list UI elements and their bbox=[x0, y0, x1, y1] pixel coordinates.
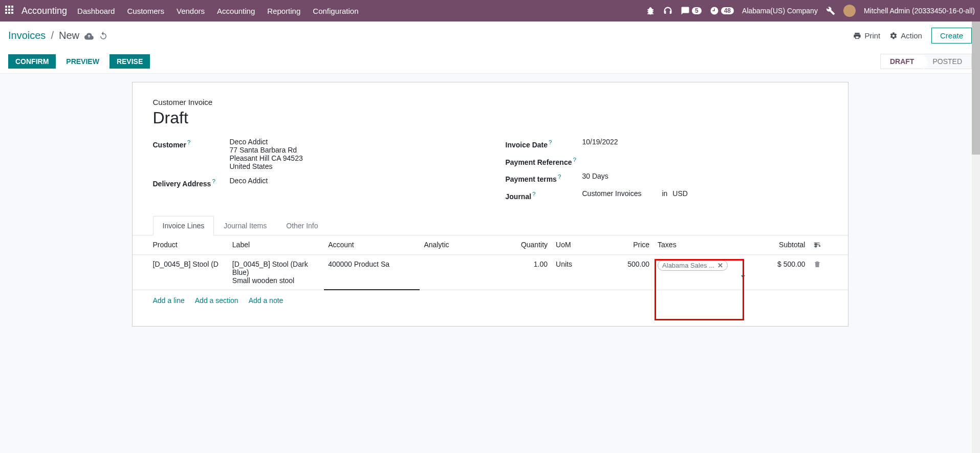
bug-icon[interactable] bbox=[646, 6, 655, 15]
cell-label[interactable]: [D_0045_B] Stool (Dark Blue) Small woode… bbox=[228, 254, 324, 290]
tab-bar: Invoice Lines Journal Items Other Info bbox=[133, 216, 848, 235]
confirm-button[interactable]: CONFIRM bbox=[8, 54, 56, 69]
taxes-input[interactable] bbox=[658, 273, 741, 281]
journal-in: in bbox=[662, 189, 667, 198]
chat-icon bbox=[681, 6, 690, 15]
activity-count: 48 bbox=[721, 7, 734, 14]
invoice-lines-table: Product Label Account Analytic Quantity … bbox=[133, 235, 848, 311]
support-icon[interactable] bbox=[663, 6, 672, 15]
chat-indicator[interactable]: 5 bbox=[681, 6, 702, 15]
add-section-link[interactable]: Add a section bbox=[195, 296, 238, 305]
cell-analytic[interactable] bbox=[420, 254, 504, 290]
customer-value[interactable]: Deco Addict 77 Santa Barbara Rd Pleasant… bbox=[230, 138, 475, 170]
breadcrumb-sep: / bbox=[51, 30, 54, 41]
add-note-link[interactable]: Add a note bbox=[249, 296, 284, 305]
help-icon[interactable]: ? bbox=[187, 139, 190, 145]
control-panel: Invoices / New Print Action Create bbox=[0, 21, 980, 50]
trash-icon bbox=[813, 260, 821, 268]
journal-label: Journal? bbox=[506, 189, 582, 201]
status-posted[interactable]: POSTED bbox=[923, 54, 971, 69]
col-product[interactable]: Product bbox=[133, 235, 228, 255]
customer-addr3: United States bbox=[230, 162, 475, 170]
activity-indicator[interactable]: 48 bbox=[710, 6, 734, 15]
col-label[interactable]: Label bbox=[228, 235, 324, 255]
customer-label: Customer? bbox=[153, 138, 230, 149]
payment-terms-value[interactable]: 30 Days bbox=[582, 172, 827, 180]
chevron-down-icon[interactable] bbox=[741, 275, 745, 278]
create-button[interactable]: Create bbox=[931, 28, 972, 44]
form-subtitle: Customer Invoice bbox=[153, 98, 827, 106]
help-icon[interactable]: ? bbox=[558, 173, 561, 180]
cell-price[interactable]: 500.00 bbox=[594, 254, 654, 290]
main-menu: Dashboard Customers Vendors Accounting R… bbox=[77, 7, 646, 15]
cloud-upload-icon[interactable] bbox=[84, 31, 94, 40]
remove-tag-icon[interactable]: ✕ bbox=[717, 262, 723, 269]
print-label: Print bbox=[864, 31, 880, 40]
delivery-value[interactable]: Deco Addict bbox=[230, 177, 475, 185]
status-draft[interactable]: DRAFT bbox=[881, 54, 923, 69]
breadcrumb-root[interactable]: Invoices bbox=[8, 30, 46, 41]
status-steps: DRAFT POSTED bbox=[880, 54, 972, 69]
cell-product[interactable]: [D_0045_B] Stool (D bbox=[133, 254, 228, 290]
tab-other-info[interactable]: Other Info bbox=[276, 216, 328, 235]
print-icon bbox=[853, 32, 861, 40]
help-icon[interactable]: ? bbox=[532, 190, 535, 197]
user-name[interactable]: Mitchell Admin (20333450-16-0-all) bbox=[864, 7, 975, 15]
journal-value[interactable]: Customer Invoices in USD bbox=[582, 189, 827, 198]
cell-quantity[interactable]: 1.00 bbox=[504, 254, 552, 290]
revise-button[interactable]: REVISE bbox=[110, 54, 150, 69]
journal-currency[interactable]: USD bbox=[672, 189, 688, 198]
gear-icon bbox=[889, 32, 898, 40]
invoice-date-label: Invoice Date? bbox=[506, 138, 582, 149]
action-button[interactable]: Action bbox=[889, 31, 922, 40]
breadcrumb: Invoices / New bbox=[8, 30, 108, 41]
tab-journal-items[interactable]: Journal Items bbox=[214, 216, 276, 235]
delivery-label: Delivery Address? bbox=[153, 177, 230, 188]
menu-accounting[interactable]: Accounting bbox=[217, 7, 255, 15]
customer-name: Deco Addict bbox=[230, 138, 475, 146]
chat-count: 5 bbox=[692, 7, 702, 14]
menu-dashboard[interactable]: Dashboard bbox=[77, 7, 115, 15]
help-icon[interactable]: ? bbox=[573, 156, 576, 163]
col-uom[interactable]: UoM bbox=[552, 235, 594, 255]
menu-vendors[interactable]: Vendors bbox=[177, 7, 205, 15]
help-icon[interactable]: ? bbox=[212, 178, 215, 184]
tax-tag-label: Alabama Sales ... bbox=[662, 262, 714, 269]
add-line-link[interactable]: Add a line bbox=[153, 296, 185, 305]
cell-taxes[interactable]: Alabama Sales ... ✕ bbox=[654, 254, 749, 290]
scrollbar-thumb[interactable] bbox=[972, 21, 980, 155]
cell-uom[interactable]: Units bbox=[552, 254, 594, 290]
print-button[interactable]: Print bbox=[853, 31, 880, 40]
brand-title: Accounting bbox=[21, 6, 67, 16]
menu-configuration[interactable]: Configuration bbox=[313, 7, 358, 15]
add-row: Add a line Add a section Add a note bbox=[133, 290, 848, 311]
col-analytic[interactable]: Analytic bbox=[420, 235, 504, 255]
menu-customers[interactable]: Customers bbox=[127, 7, 164, 15]
cell-subtotal: $ 500.00 bbox=[749, 254, 809, 290]
menu-reporting[interactable]: Reporting bbox=[267, 7, 300, 15]
col-quantity[interactable]: Quantity bbox=[504, 235, 552, 255]
preview-button[interactable]: PREVIEW bbox=[59, 54, 106, 69]
col-subtotal[interactable]: Subtotal bbox=[749, 235, 809, 255]
discard-icon[interactable] bbox=[99, 31, 108, 40]
scrollbar[interactable] bbox=[972, 21, 980, 347]
tools-icon[interactable] bbox=[826, 6, 835, 15]
action-label: Action bbox=[901, 31, 922, 40]
col-price[interactable]: Price bbox=[594, 235, 654, 255]
col-options[interactable] bbox=[809, 235, 847, 255]
form-title: Draft bbox=[153, 109, 827, 127]
breadcrumb-current: New bbox=[59, 30, 79, 41]
col-account[interactable]: Account bbox=[324, 235, 420, 255]
apps-icon[interactable] bbox=[5, 6, 15, 16]
cell-account[interactable]: 400000 Product Sa bbox=[324, 254, 420, 290]
company-switcher[interactable]: Alabama(US) Company bbox=[742, 7, 818, 15]
tab-invoice-lines[interactable]: Invoice Lines bbox=[153, 216, 214, 235]
tax-tag[interactable]: Alabama Sales ... ✕ bbox=[658, 260, 728, 271]
invoice-date-value[interactable]: 10/19/2022 bbox=[582, 138, 827, 146]
help-icon[interactable]: ? bbox=[549, 139, 552, 145]
avatar[interactable] bbox=[843, 5, 856, 17]
col-taxes[interactable]: Taxes bbox=[654, 235, 749, 255]
cp-actions: Print Action Create bbox=[853, 28, 972, 44]
table-row[interactable]: [D_0045_B] Stool (D [D_0045_B] Stool (Da… bbox=[133, 254, 848, 290]
cell-delete[interactable] bbox=[809, 254, 847, 290]
